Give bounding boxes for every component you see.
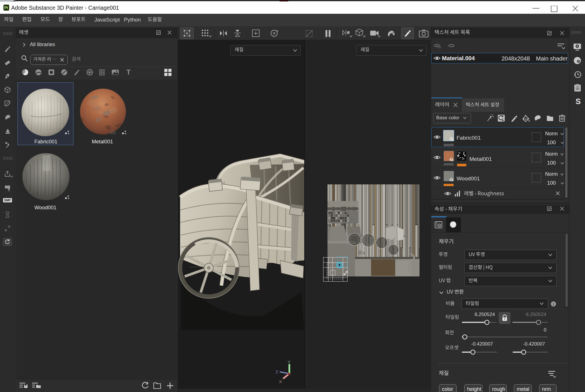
svg-text:T: T [126,69,131,76]
svg-text:SMP: SMP [4,198,11,202]
svg-text:Y: Y [288,360,290,364]
svg-text:S: S [576,97,581,106]
svg-text:X: X [279,379,282,384]
svg-text:i: i [553,302,554,306]
svg-text:Z: Z [276,369,278,374]
